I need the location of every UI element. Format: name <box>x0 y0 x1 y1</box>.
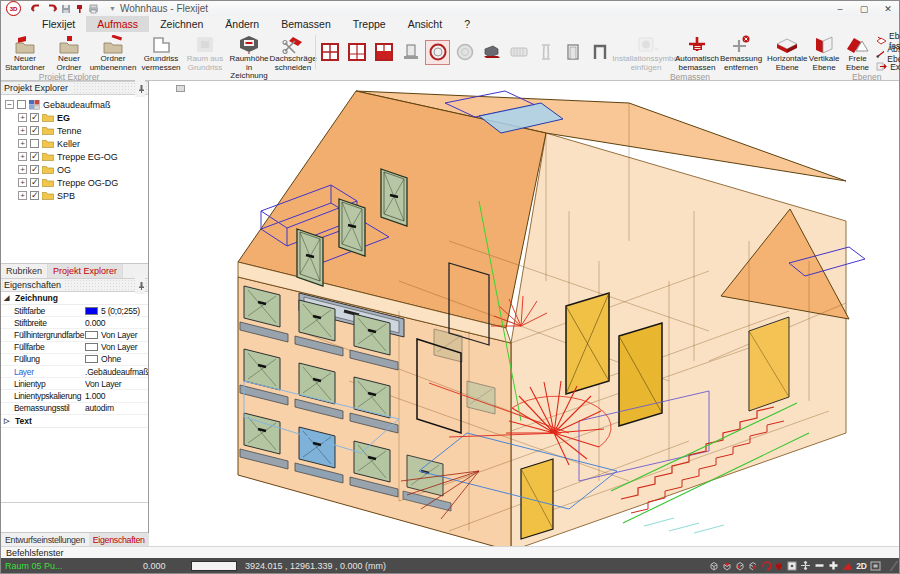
section-zeichnung[interactable]: ◢ Zeichnung <box>1 292 148 305</box>
tab-aendern[interactable]: Ändern <box>214 16 270 32</box>
expand-icon[interactable]: + <box>18 178 27 187</box>
tree-item-spb[interactable]: + SPB <box>1 189 148 202</box>
tab-aufmass[interactable]: Aufmass <box>86 16 149 32</box>
vertikale-ebene-button[interactable]: Vertikale Ebene <box>807 33 840 72</box>
tab-bemassen[interactable]: Bemassen <box>270 16 342 32</box>
tab-projekt-explorer[interactable]: Projekt Explorer <box>48 264 123 278</box>
redo-icon[interactable] <box>46 4 57 13</box>
neuer-ordner-button[interactable]: Neuer Ordner <box>47 33 91 72</box>
save-icon[interactable] <box>61 4 71 14</box>
checkbox[interactable] <box>17 100 26 109</box>
expand-icon[interactable]: + <box>18 139 27 148</box>
tab-ansicht[interactable]: Ansicht <box>397 16 453 32</box>
snap-icon[interactable] <box>787 561 797 571</box>
checkbox[interactable] <box>30 126 39 135</box>
orbit-icon[interactable] <box>761 561 771 571</box>
flexijet-pin-icon[interactable] <box>75 4 84 14</box>
grundriss-vermessen-button[interactable]: Grundriss vermessen <box>139 33 183 72</box>
resize-grip[interactable] <box>883 561 898 571</box>
expand-icon[interactable]: + <box>18 191 27 200</box>
checkbox[interactable] <box>30 139 39 148</box>
tree-item-eg[interactable]: + EG <box>1 111 148 124</box>
tab-treppe[interactable]: Treppe <box>342 16 397 32</box>
checkbox[interactable] <box>30 178 39 187</box>
cube-front-face-icon[interactable] <box>735 561 745 571</box>
checkbox[interactable] <box>30 191 39 200</box>
ordner-umbenennen-button[interactable]: Ordner umbenennen <box>91 33 135 72</box>
tree-item-keller[interactable]: + Keller <box>1 137 148 150</box>
section-text[interactable]: ▷ Text <box>1 415 148 428</box>
tree-item-og[interactable]: + OG <box>1 163 148 176</box>
furniture-icon[interactable] <box>479 40 504 65</box>
tab-eigenschaften[interactable]: Eigenschaften <box>89 533 149 546</box>
cube-top-face-icon[interactable] <box>722 561 732 571</box>
wall-opening-icon[interactable] <box>587 40 612 65</box>
tree-item-treppe-og-dg[interactable]: + Treppe OG-DG <box>1 176 148 189</box>
expand-icon[interactable]: + <box>18 165 27 174</box>
tree-item-treppe-eg-og[interactable]: + Treppe EG-OG <box>1 150 148 163</box>
neuer-startordner-button[interactable]: Neuer Startordner <box>3 33 47 72</box>
wireframe-cube-icon[interactable] <box>709 561 719 571</box>
fit-view-icon[interactable] <box>870 561 881 571</box>
checkbox[interactable] <box>30 165 39 174</box>
exportieren-item[interactable]: Exportieren▾ <box>876 61 900 72</box>
prop-linientypskalierung[interactable]: Linientypskalierung 1.000 <box>1 390 148 402</box>
cube-iso-icon[interactable] <box>748 561 758 571</box>
prop-fuellung[interactable]: Füllung Ohne <box>1 354 148 366</box>
tab-flexijet[interactable]: Flexijet <box>31 16 86 32</box>
command-window-bar[interactable]: Befehlsfenster <box>1 546 899 558</box>
dachschraege-button[interactable]: Dachschräge schneiden <box>271 33 315 72</box>
pan-icon[interactable] <box>800 560 811 571</box>
window-grid-icon[interactable] <box>317 40 342 65</box>
window-filled-icon[interactable] <box>371 40 396 65</box>
mode-2d[interactable]: 2D <box>856 561 867 571</box>
round-window-icon[interactable] <box>425 40 450 65</box>
prop-stiftfarbe[interactable]: Stiftfarbe 5 (0;0;255) <box>1 305 148 317</box>
status-input-box[interactable] <box>191 561 237 571</box>
prop-fuellhintergrundfarbe[interactable]: Füllhintergrundfarbe Von Layer <box>1 329 148 341</box>
ribbon-tab-bar: Flexijet Aufmass Zeichnen Ändern Bemasse… <box>1 16 899 32</box>
solid-cube-icon[interactable] <box>774 561 784 571</box>
expand-icon[interactable]: + <box>18 113 27 122</box>
bemassung-entfernen-button[interactable]: Bemassung entfernen <box>719 33 763 72</box>
property-grid: ◢ Zeichnung Stiftfarbe 5 (0;0;255) Stift… <box>1 292 148 428</box>
prop-bemassungsstil[interactable]: Bemassungsstil autodim <box>1 403 148 415</box>
abstand-punkt-item[interactable]: Abstand Punkt zur Ebene▾ <box>876 48 900 59</box>
checkbox[interactable] <box>30 152 39 161</box>
expand-icon[interactable]: + <box>18 152 27 161</box>
automatisch-bemassen-button[interactable]: Automatisch bemassen <box>675 33 719 72</box>
minimize-button[interactable]: – <box>833 4 847 14</box>
tree-root-gebaeudeaufmass[interactable]: − Gebäudeaufmaß <box>1 98 148 111</box>
prop-linientyp[interactable]: Linientyp Von Layer <box>1 378 148 390</box>
freie-ebene-button[interactable]: Freie Ebene <box>841 33 874 72</box>
tab-zeichnen[interactable]: Zeichnen <box>149 16 214 32</box>
app-logo-icon[interactable] <box>6 1 21 16</box>
prop-fuellfarbe[interactable]: Füllfarbe Von Layer <box>1 342 148 354</box>
undo-icon[interactable] <box>31 4 42 13</box>
maximize-button[interactable]: ▢ <box>857 4 871 14</box>
print-icon[interactable] <box>88 4 99 14</box>
plane-mode-icon[interactable] <box>842 561 853 571</box>
tab-rubriken[interactable]: Rubriken <box>1 264 48 278</box>
checkbox[interactable] <box>30 113 39 122</box>
ribbon-group-projekt-explorer: Neuer Startordner Neuer Ordner Ordner um… <box>1 32 137 80</box>
window-split-icon[interactable] <box>344 40 369 65</box>
door-icon[interactable] <box>560 40 585 65</box>
zoom-in-icon[interactable] <box>828 560 839 571</box>
model-viewport[interactable] <box>149 81 899 546</box>
tree-item-tenne[interactable]: + Tenne <box>1 124 148 137</box>
tab-help[interactable]: ? <box>453 16 481 32</box>
horizontale-ebene-button[interactable]: Horizontale Ebene <box>767 33 807 72</box>
installationssymbol-button: Installationssymbol einfügen <box>617 33 675 72</box>
prop-layer[interactable]: Layer .Gebäudeaufmaß.EG <box>1 366 148 378</box>
folder-rename-icon <box>102 34 124 55</box>
raumhoehe-button[interactable]: Raumhöhe in Zeichnung <box>227 33 271 81</box>
prop-stiftbreite[interactable]: Stiftbreite 0.000 <box>1 317 148 329</box>
collapse-icon[interactable]: − <box>5 100 14 109</box>
door-step-icon[interactable] <box>398 40 423 65</box>
close-button[interactable]: ✕ <box>881 4 895 14</box>
title-dropdown-icon[interactable]: ▼ <box>109 5 116 12</box>
zoom-out-icon[interactable] <box>814 560 825 571</box>
tab-entwurfseinstellungen[interactable]: Entwurfseinstellungen <box>1 533 89 546</box>
expand-icon[interactable]: + <box>18 126 27 135</box>
